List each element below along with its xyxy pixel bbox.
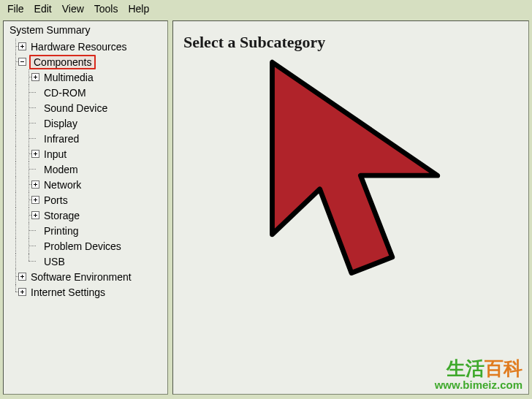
content-headline: Select a Subcategory	[183, 33, 518, 52]
tree-node-label[interactable]: Ports	[44, 194, 68, 206]
tree-node[interactable]: Multimedia	[4, 69, 167, 85]
tree-node[interactable]: Display	[4, 115, 167, 131]
expand-icon[interactable]	[18, 273, 26, 281]
expand-icon[interactable]	[18, 288, 26, 296]
collapse-icon[interactable]	[18, 58, 26, 66]
tree-node-label[interactable]: Multimedia	[44, 72, 94, 83]
watermark-logo: 生活百科	[435, 358, 522, 379]
watermark: 生活百科 www.bimeiz.com	[435, 358, 522, 391]
tree-node-label[interactable]: Hardware Resources	[31, 41, 127, 53]
tree-node[interactable]: CD-ROM	[4, 85, 167, 100]
tree-node-label[interactable]: USB	[44, 256, 65, 267]
menu-view[interactable]: View	[62, 3, 84, 15]
cursor-arrow-icon	[261, 58, 487, 284]
tree-node[interactable]: Sound Device	[4, 100, 167, 115]
tree-node-label[interactable]: CD-ROM	[44, 87, 86, 99]
tree-node[interactable]: Problem Devices	[4, 238, 167, 254]
tree-node-label[interactable]: Infrared	[44, 133, 79, 145]
tree-node-label[interactable]: Problem Devices	[44, 240, 121, 252]
expand-icon[interactable]	[31, 196, 39, 204]
workspace: System Summary Hardware ResourcesCompone…	[0, 18, 532, 398]
tree-node-label[interactable]: Storage	[44, 210, 80, 221]
menu-tools[interactable]: Tools	[94, 3, 118, 15]
expand-icon[interactable]	[18, 42, 26, 50]
menu-help[interactable]: Help	[128, 3, 149, 15]
tree-node[interactable]: Infrared	[4, 131, 167, 146]
tree-node-label[interactable]: Internet Settings	[31, 286, 105, 298]
tree-node[interactable]: Input	[4, 146, 167, 162]
tree-node-label[interactable]: Printing	[44, 225, 78, 237]
menu-edit[interactable]: Edit	[34, 3, 52, 15]
tree-node-label[interactable]: Display	[44, 118, 77, 129]
menu-bar: File Edit View Tools Help	[0, 0, 532, 18]
tree: System Summary Hardware ResourcesCompone…	[4, 23, 167, 300]
expand-icon[interactable]	[31, 73, 39, 81]
tree-root[interactable]: System Summary	[4, 23, 167, 39]
menu-file[interactable]: File	[7, 3, 24, 15]
tree-node[interactable]: Software Environment	[4, 269, 167, 284]
watermark-url: www.bimeiz.com	[435, 379, 522, 392]
expand-icon[interactable]	[31, 211, 39, 219]
tree-node[interactable]: Network	[4, 177, 167, 192]
tree-node[interactable]: Components	[4, 54, 167, 69]
tree-node[interactable]: Hardware Resources	[4, 39, 167, 54]
tree-node[interactable]: Ports	[4, 192, 167, 208]
tree-node[interactable]: Printing	[4, 223, 167, 238]
tree-node-label[interactable]: Components	[29, 55, 96, 69]
tree-node[interactable]: Modem	[4, 162, 167, 177]
tree-node-label[interactable]: Input	[44, 148, 66, 160]
expand-icon[interactable]	[31, 180, 39, 189]
expand-icon[interactable]	[31, 150, 39, 158]
tree-node[interactable]: USB	[4, 254, 167, 269]
tree-node-label[interactable]: Software Environment	[31, 271, 132, 283]
tree-node-label[interactable]: Network	[44, 179, 81, 191]
tree-node[interactable]: Storage	[4, 208, 167, 223]
content-panel: Select a Subcategory 生活百科 www.bimeiz.com	[172, 20, 529, 395]
tree-node-label[interactable]: Modem	[44, 164, 78, 175]
tree-node[interactable]: Internet Settings	[4, 284, 167, 300]
tree-panel: System Summary Hardware ResourcesCompone…	[3, 20, 168, 395]
tree-node-label[interactable]: Sound Device	[44, 102, 107, 114]
